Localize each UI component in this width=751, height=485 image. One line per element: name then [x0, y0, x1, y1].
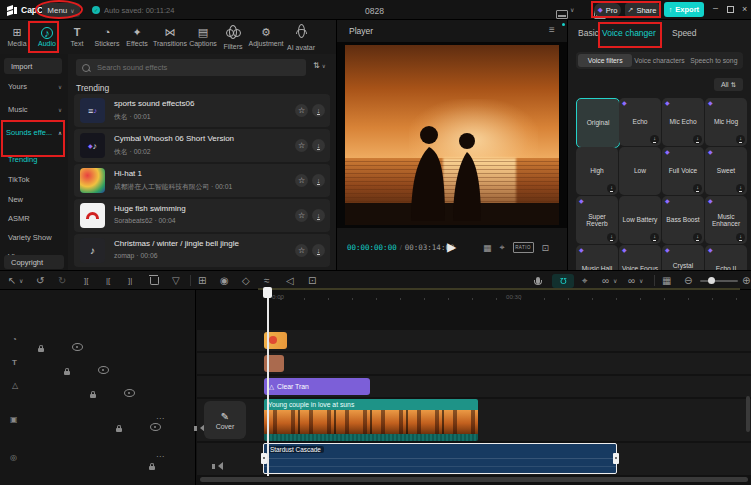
download-icon[interactable]: ↓: [736, 135, 745, 144]
sidebar-item-tiktok[interactable]: TikTok: [8, 168, 29, 186]
select-tool-caret[interactable]: ∨: [19, 271, 23, 290]
split-button[interactable]: ][: [84, 271, 88, 290]
effect-clip[interactable]: △ Clear Tran: [264, 378, 370, 395]
menu-button[interactable]: Menu ∨: [42, 3, 80, 17]
tab-text[interactable]: T Text: [62, 21, 92, 54]
redo-button[interactable]: ↻: [58, 271, 66, 290]
delete-button[interactable]: [150, 271, 159, 290]
tab-speed[interactable]: Speed: [672, 28, 697, 38]
clip-right-handle[interactable]: [613, 453, 619, 464]
voice-card-mic-hog[interactable]: ◆Mic Hog↓: [705, 98, 747, 146]
tab-stickers[interactable]: ◔ Stickers: [92, 21, 122, 54]
lock-icon[interactable]: [90, 394, 96, 398]
sound-list-item[interactable]: ♪ Christmas / winter / jingle bell jingl…: [74, 234, 330, 267]
sound-list-item[interactable]: ≡♪ sports sound effects06 佚名 · 00:01 ☆ ↓: [74, 94, 330, 127]
share-button[interactable]: ↗ Share: [625, 3, 659, 17]
sidebar-item-variety-show[interactable]: Variety Show: [8, 226, 52, 244]
voice-card-crystal-clear[interactable]: ◆Crystal Clear: [662, 245, 704, 270]
favorite-button[interactable]: ☆: [295, 104, 308, 117]
lock-icon[interactable]: [149, 466, 155, 470]
more-options-icon[interactable]: ⋯: [156, 453, 164, 461]
horizontal-scrollbar[interactable]: [200, 477, 748, 482]
select-tool-button[interactable]: ↖: [8, 271, 16, 290]
voice-card-super-reverb[interactable]: ◆Super Reverb↓: [576, 196, 618, 244]
favorite-button[interactable]: ☆: [295, 139, 308, 152]
playhead-line[interactable]: [267, 288, 269, 476]
pro-button[interactable]: ◆ Pro: [594, 3, 621, 17]
sidebar-item-trending[interactable]: Trending: [8, 148, 37, 166]
delete-right-button[interactable]: ]|: [128, 271, 132, 290]
sort-filter-button[interactable]: ⇅ ∨: [313, 61, 326, 70]
download-icon[interactable]: ↓: [650, 233, 659, 242]
lock-icon[interactable]: [116, 428, 122, 432]
play-button[interactable]: ▶: [447, 240, 456, 254]
voice-card-bass-boost[interactable]: ◆Bass Boost↓: [662, 196, 704, 244]
download-icon[interactable]: ↓: [736, 233, 745, 242]
tab-effects[interactable]: ✦ Effects: [122, 21, 152, 54]
download-icon[interactable]: ↓: [607, 184, 616, 193]
sidebar-item-asmr[interactable]: ASMR: [8, 207, 30, 225]
favorite-button[interactable]: ☆: [295, 244, 308, 257]
fullscreen-button[interactable]: ⊡: [542, 243, 550, 253]
mask-button[interactable]: ▽: [172, 271, 180, 290]
all-filter-button[interactable]: All ⇅: [714, 78, 743, 91]
sidebar-item-yours[interactable]: Yours ∨: [8, 82, 62, 91]
sidebar-item-music[interactable]: Music ∨: [8, 105, 62, 114]
download-button[interactable]: ↓: [312, 209, 325, 222]
export-button[interactable]: ↑ Export: [664, 2, 704, 17]
record-button[interactable]: ◉: [220, 271, 229, 290]
voice-card-music-hall[interactable]: ◆Music Hall: [576, 245, 618, 270]
voice-card-high[interactable]: High↓: [576, 147, 618, 195]
download-icon[interactable]: ↓: [607, 233, 616, 242]
download-icon[interactable]: ↓: [650, 135, 659, 144]
playhead-handle[interactable]: [263, 287, 272, 298]
download-button[interactable]: ↓: [312, 139, 325, 152]
audio-clip[interactable]: Stardust Cascade: [263, 443, 617, 474]
speaker-icon[interactable]: [212, 464, 215, 469]
quality-button[interactable]: ▦: [483, 243, 492, 253]
sound-list-item[interactable]: ◆♪ Cymbal Whoosh 06 Short Version 佚名 · 0…: [74, 129, 330, 162]
voice-card-full-voice[interactable]: ◆Full Voice↓: [662, 147, 704, 195]
subtab-voice-filters[interactable]: Voice filters: [578, 54, 632, 67]
voice-card-low[interactable]: Low: [619, 147, 661, 195]
cover-button[interactable]: ✎ Cover: [204, 401, 246, 439]
download-icon[interactable]: ↓: [736, 184, 745, 193]
download-button[interactable]: ↓: [312, 244, 325, 257]
download-button[interactable]: ↓: [312, 174, 325, 187]
maximize-button[interactable]: [727, 6, 734, 13]
tab-basic[interactable]: Basic: [578, 28, 599, 38]
player-menu-icon[interactable]: ≡: [549, 24, 555, 35]
sound-list-item[interactable]: Hi-hat 1 成都潜在人工智能科技有限公司 · 00:01 ☆ ↓: [74, 164, 330, 197]
zoom-slider-thumb[interactable]: [708, 277, 715, 284]
favorite-button[interactable]: ☆: [295, 174, 308, 187]
zoom-in-button[interactable]: ⊕: [742, 271, 750, 290]
fit-button[interactable]: ⌖: [500, 242, 505, 253]
tab-ai-avatar[interactable]: AI avatar: [284, 21, 318, 54]
delete-left-button[interactable]: |[: [106, 271, 110, 290]
search-bar[interactable]: [76, 59, 306, 76]
layout-caret-icon[interactable]: ∨: [570, 6, 574, 13]
close-button[interactable]: ×: [742, 4, 747, 14]
tab-voice-changer[interactable]: Voice changer: [602, 28, 656, 38]
favorite-button[interactable]: ☆: [295, 209, 308, 222]
download-button[interactable]: ↓: [312, 104, 325, 117]
video-clip[interactable]: Young couple in love at suns: [264, 399, 478, 441]
voice-card-low-battery[interactable]: Low Battery↓: [619, 196, 661, 244]
voice-card-sweet[interactable]: ◆Sweet↓: [705, 147, 747, 195]
tab-transitions[interactable]: ⋈ Transitions: [152, 21, 188, 54]
search-input[interactable]: [95, 62, 279, 73]
lock-icon[interactable]: [38, 348, 44, 352]
magnet-toggle[interactable]: Ω: [552, 274, 574, 288]
tab-filters[interactable]: Filters: [218, 21, 248, 54]
vertical-scrollbar[interactable]: [746, 396, 750, 432]
speaker-icon[interactable]: [194, 426, 197, 431]
voice-card-original[interactable]: Original: [576, 98, 620, 148]
sidebar-item-new[interactable]: New: [8, 188, 23, 206]
tab-adjustment[interactable]: ⚙ Adjustment: [248, 21, 284, 54]
minimize-button[interactable]: –: [713, 3, 718, 13]
ratio-button[interactable]: RATIO: [513, 242, 534, 253]
tab-media[interactable]: ⊞ Media: [2, 21, 32, 54]
sound-list-item[interactable]: Huge fish swimming Sorabeats62 · 00:04 ☆…: [74, 199, 330, 232]
download-icon[interactable]: ↓: [693, 233, 702, 242]
sidebar-item-copyright[interactable]: Copyright: [4, 255, 64, 269]
